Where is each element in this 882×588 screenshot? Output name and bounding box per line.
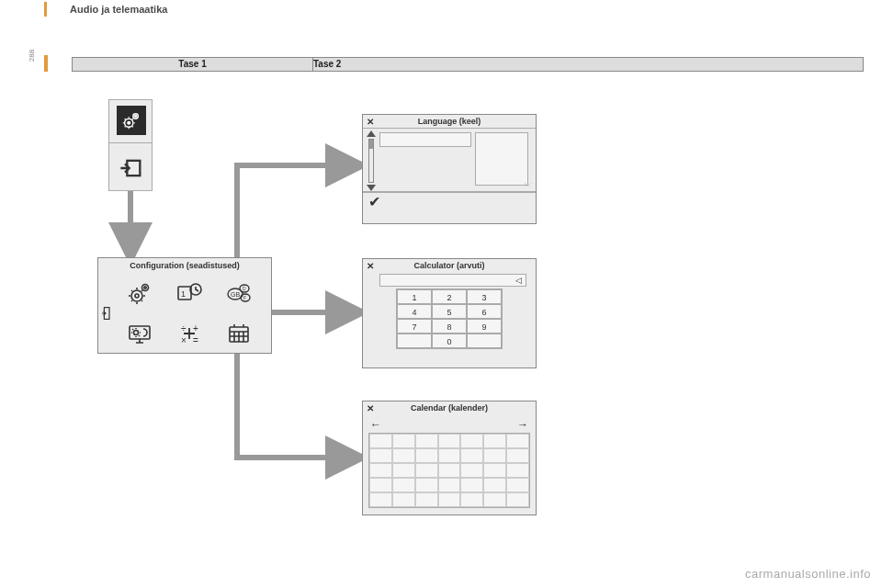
calculator-display: ◁ xyxy=(379,274,526,287)
settings-gear-icon xyxy=(117,106,146,135)
calendar-cell[interactable] xyxy=(415,463,438,478)
scroll-track[interactable] xyxy=(368,139,374,183)
calendar-cell[interactable] xyxy=(460,492,483,507)
calendar-cell[interactable] xyxy=(392,448,415,463)
level-1-header: Tase 1 xyxy=(73,58,313,71)
calendar-cell[interactable] xyxy=(506,492,529,507)
calendar-cell[interactable] xyxy=(369,434,392,448)
close-icon[interactable]: ✕ xyxy=(367,403,374,413)
key-9[interactable]: 9 xyxy=(467,319,502,334)
key-8[interactable]: 8 xyxy=(432,319,467,334)
svg-point-3 xyxy=(135,116,137,118)
key-5[interactable]: 5 xyxy=(432,304,467,319)
accent-bar-side xyxy=(44,55,48,72)
language-panel-title: Language (keel) xyxy=(363,115,536,128)
level-header: Tase 1 Tase 2 xyxy=(72,57,864,72)
svg-point-8 xyxy=(142,285,149,291)
configuration-title: Configuration (seadistused) xyxy=(98,258,271,273)
svg-point-6 xyxy=(131,290,142,301)
calendar-cell[interactable] xyxy=(483,448,506,463)
calendar-cell[interactable] xyxy=(506,448,529,463)
language-list-item[interactable] xyxy=(379,132,471,147)
language-preview xyxy=(475,132,528,186)
close-icon[interactable]: ✕ xyxy=(367,117,374,127)
scrollbar[interactable] xyxy=(366,130,377,191)
page-number: 288 xyxy=(28,50,36,62)
svg-text:÷: ÷ xyxy=(181,323,187,334)
key-2[interactable]: 2 xyxy=(432,289,467,304)
calendar-cell[interactable] xyxy=(438,478,461,492)
calendar-cell[interactable] xyxy=(483,463,506,478)
key-6[interactable]: 6 xyxy=(467,304,502,319)
level-2-header: Tase 2 xyxy=(313,58,341,71)
display-icon[interactable] xyxy=(117,315,163,352)
calculator-panel: ✕ Calculator (arvuti) ◁ 1 2 3 4 5 6 7 8 … xyxy=(362,258,537,368)
svg-text:D: D xyxy=(243,286,246,291)
calendar-cell[interactable] xyxy=(460,478,483,492)
calendar-cell[interactable] xyxy=(506,463,529,478)
calendar-icon[interactable] xyxy=(216,315,262,352)
language-panel: ✕ Language (keel) ☞ ✔ xyxy=(362,114,537,224)
close-icon[interactable]: ✕ xyxy=(367,261,374,271)
scroll-down-icon[interactable] xyxy=(367,185,376,191)
calendar-cell[interactable] xyxy=(415,492,438,507)
calendar-cell[interactable] xyxy=(460,448,483,463)
svg-text:=: = xyxy=(193,335,198,345)
svg-text:GB: GB xyxy=(231,291,240,298)
prev-month-icon[interactable]: ← xyxy=(370,418,381,431)
scroll-up-icon[interactable] xyxy=(367,130,376,137)
settings-icon[interactable] xyxy=(117,275,163,311)
language-globe-icon[interactable]: GBDF xyxy=(216,275,262,311)
calendar-cell[interactable] xyxy=(506,434,529,448)
calendar-grid xyxy=(368,433,530,508)
calendar-cell[interactable] xyxy=(415,478,438,492)
calendar-cell[interactable] xyxy=(483,434,506,448)
calendar-cell[interactable] xyxy=(460,434,483,448)
svg-text:1: 1 xyxy=(181,289,186,299)
calendar-cell[interactable] xyxy=(483,492,506,507)
calendar-cell[interactable] xyxy=(438,463,461,478)
accent-bar xyxy=(44,2,47,17)
svg-point-20 xyxy=(134,331,139,335)
back-icon[interactable] xyxy=(98,275,113,352)
calendar-cell[interactable] xyxy=(392,478,415,492)
calendar-panel-title: Calendar (kalender) xyxy=(363,401,536,414)
calculator-icon[interactable]: ÷+×= xyxy=(166,315,212,352)
speak-icon[interactable]: ☞ xyxy=(525,180,532,189)
calendar-panel: ✕ Calendar (kalender) ← → xyxy=(362,401,537,515)
check-icon: ✔ xyxy=(368,193,380,210)
section-title: Audio ja telemaatika xyxy=(70,4,167,15)
watermark: carmanualsonline.info xyxy=(745,567,871,581)
calendar-cell[interactable] xyxy=(483,478,506,492)
svg-text:F: F xyxy=(243,295,246,300)
calendar-cell[interactable] xyxy=(369,448,392,463)
calendar-cell[interactable] xyxy=(392,463,415,478)
calendar-cell[interactable] xyxy=(460,463,483,478)
key-1[interactable]: 1 xyxy=(397,289,432,304)
calendar-cell[interactable] xyxy=(438,434,461,448)
divider xyxy=(109,142,152,143)
calendar-cell[interactable] xyxy=(369,478,392,492)
key-3[interactable]: 3 xyxy=(467,289,502,304)
calendar-cell[interactable] xyxy=(438,448,461,463)
confirm-button[interactable]: ✔ xyxy=(363,192,536,210)
svg-point-1 xyxy=(128,121,130,124)
next-month-icon[interactable]: → xyxy=(517,418,528,431)
date-time-icon[interactable]: 1 xyxy=(166,275,212,311)
calendar-cell[interactable] xyxy=(392,492,415,507)
start-node xyxy=(108,99,153,191)
key-0[interactable]: 0 xyxy=(432,334,467,348)
calendar-cell[interactable] xyxy=(415,434,438,448)
calendar-cell[interactable] xyxy=(438,492,461,507)
key-4[interactable]: 4 xyxy=(397,304,432,319)
key-7[interactable]: 7 xyxy=(397,319,432,334)
configuration-panel: Configuration (seadistused) 1 GBDF ÷+×= xyxy=(97,257,272,354)
calendar-cell[interactable] xyxy=(392,434,415,448)
calendar-cell[interactable] xyxy=(506,478,529,492)
svg-point-9 xyxy=(144,287,146,288)
calendar-cell[interactable] xyxy=(415,448,438,463)
enter-icon xyxy=(119,155,144,181)
svg-text:×: × xyxy=(181,335,187,345)
calendar-cell[interactable] xyxy=(369,463,392,478)
calendar-cell[interactable] xyxy=(369,492,392,507)
